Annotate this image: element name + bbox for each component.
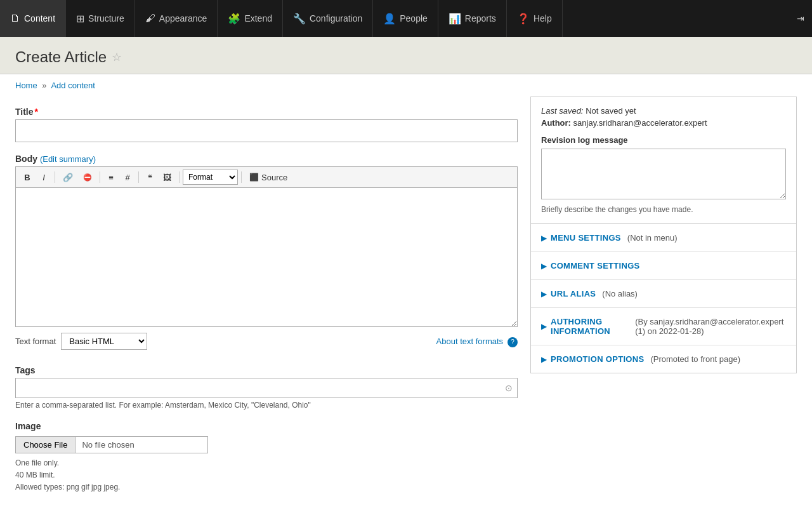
source-icon: ⬛ [249, 173, 259, 182]
nav-toggle[interactable]: ⇥ [789, 0, 812, 37]
title-label: Title* [15, 107, 518, 117]
toolbar-unlink[interactable]: ⛔ [79, 171, 96, 184]
file-hint-1: One file only. [15, 457, 518, 469]
source-label: Source [261, 173, 287, 182]
body-editor[interactable] [15, 187, 518, 327]
menu-settings-title: MENU SETTINGS [551, 233, 621, 243]
nav-extend-label: Extend [244, 13, 272, 23]
nav-content[interactable]: 🗋 Content [0, 0, 66, 37]
last-saved-value: Not saved yet [586, 106, 636, 116]
text-format-row: Text format Basic HTML Full HTML Plain t… [15, 329, 518, 354]
comment-settings-header[interactable]: ▶ COMMENT SETTINGS [531, 252, 796, 279]
choose-file-button[interactable]: Choose File [15, 436, 75, 453]
nav-content-label: Content [24, 13, 55, 23]
last-saved-label: Last saved: [541, 106, 584, 116]
toolbar-blockquote[interactable]: ❝ [142, 170, 157, 185]
title-required-marker: * [35, 107, 38, 117]
tags-clear-icon[interactable]: ⊙ [505, 383, 513, 393]
nav-people-label: People [400, 13, 428, 23]
menu-settings-arrow-icon: ▶ [541, 234, 547, 243]
about-formats-help-icon: ? [508, 337, 518, 347]
toolbar-ul[interactable]: ≡ [103, 170, 119, 185]
url-alias-section: ▶ URL ALIAS (No alias) [531, 279, 796, 307]
text-format-left: Text format Basic HTML Full HTML Plain t… [15, 333, 147, 350]
text-format-label: Text format [15, 337, 56, 346]
nav-structure-label: Structure [88, 13, 124, 23]
tags-label: Tags [15, 365, 518, 375]
comment-settings-title: COMMENT SETTINGS [551, 261, 640, 271]
format-select[interactable]: Format Heading 1 Heading 2 Paragraph [183, 170, 238, 185]
authoring-information-sub: (By sanjay.sridharan@accelerator.expert … [635, 317, 786, 336]
tags-field-group: Tags ⊙ Enter a comma-separated list. For… [15, 365, 518, 410]
promotion-options-arrow-icon: ▶ [541, 355, 547, 364]
nav-extend[interactable]: 🧩 Extend [218, 0, 283, 37]
structure-icon: ⊞ [76, 13, 84, 25]
nav-appearance[interactable]: 🖌 Appearance [135, 0, 218, 37]
toolbar-bold[interactable]: B [20, 170, 35, 185]
nav-people[interactable]: 👤 People [373, 0, 438, 37]
revision-log-label: Revision log message [541, 135, 786, 145]
toolbar-ol[interactable]: # [120, 170, 135, 185]
authoring-information-title: AUTHORING INFORMATION [551, 317, 629, 336]
body-field-group: Body (Edit summary) B I 🔗 ⛔ ≡ # ❝ 🖼 [15, 154, 518, 354]
revision-log-textarea[interactable] [541, 149, 786, 199]
right-column: Last saved: Not saved yet Author: sanjay… [530, 97, 797, 505]
toolbar-sep-4 [179, 171, 180, 183]
title-input[interactable] [15, 119, 518, 142]
right-panel: Last saved: Not saved yet Author: sanjay… [530, 97, 797, 373]
toolbar-sep-5 [241, 171, 242, 183]
authoring-information-header[interactable]: ▶ AUTHORING INFORMATION (By sanjay.sridh… [531, 308, 796, 345]
text-format-select[interactable]: Basic HTML Full HTML Plain text Restrict… [61, 333, 147, 350]
toolbar-sep-1 [55, 171, 55, 183]
comment-settings-section: ▶ COMMENT SETTINGS [531, 251, 796, 279]
favorite-star-icon[interactable]: ☆ [112, 50, 122, 64]
promotion-options-title: PROMOTION OPTIONS [551, 354, 644, 364]
reports-icon: 📊 [449, 13, 461, 25]
promotion-options-header[interactable]: ▶ PROMOTION OPTIONS (Promoted to front p… [531, 345, 796, 373]
people-icon: 👤 [383, 13, 396, 25]
top-navigation: 🗋 Content ⊞ Structure 🖌 Appearance 🧩 Ext… [0, 0, 812, 37]
toolbar-italic[interactable]: I [36, 170, 51, 185]
about-formats-link[interactable]: About text formats [436, 337, 504, 346]
nav-help-label: Help [534, 13, 552, 23]
page-title: Create Article [15, 48, 107, 66]
file-hint-2: 40 MB limit. [15, 469, 518, 481]
nav-configuration[interactable]: 🔧 Configuration [283, 0, 373, 37]
nav-help[interactable]: ❓ Help [507, 0, 563, 37]
url-alias-sub: (No alias) [602, 289, 638, 298]
toolbar-source[interactable]: ⬛ Source [245, 170, 292, 185]
nav-structure[interactable]: ⊞ Structure [66, 0, 135, 37]
appearance-icon: 🖌 [145, 13, 155, 24]
file-input-wrap: Choose File No file chosen [15, 436, 518, 453]
page-header: Create Article ☆ [0, 37, 812, 74]
url-alias-header[interactable]: ▶ URL ALIAS (No alias) [531, 280, 796, 307]
title-field-group: Title* [15, 107, 518, 142]
author-label: Author: [541, 118, 571, 128]
body-label-row: Body (Edit summary) [15, 154, 518, 164]
file-hints: One file only. 40 MB limit. Allowed type… [15, 457, 518, 494]
url-alias-arrow-icon: ▶ [541, 290, 547, 298]
author-value: sanjay.sridharan@accelerator.expert [573, 118, 707, 128]
comment-settings-arrow-icon: ▶ [541, 262, 547, 271]
tags-input[interactable] [15, 378, 518, 398]
nav-reports[interactable]: 📊 Reports [438, 0, 507, 37]
menu-settings-section: ▶ MENU SETTINGS (Not in menu) [531, 224, 796, 251]
edit-summary-link[interactable]: (Edit summary) [40, 154, 96, 164]
toolbar-image[interactable]: 🖼 [159, 170, 176, 185]
breadcrumb-home[interactable]: Home [15, 81, 37, 90]
image-label: Image [15, 421, 518, 431]
main-layout: Title* Body (Edit summary) B I 🔗 ⛔ [0, 97, 812, 508]
menu-settings-header[interactable]: ▶ MENU SETTINGS (Not in menu) [531, 224, 796, 251]
toolbar-link[interactable]: 🔗 [58, 170, 77, 185]
right-panel-top: Last saved: Not saved yet Author: sanjay… [531, 97, 796, 224]
promotion-options-sub: (Promoted to front page) [650, 354, 740, 364]
last-saved-row: Last saved: Not saved yet [541, 106, 786, 116]
breadcrumb-add-content[interactable]: Add content [51, 81, 95, 90]
revision-hint: Briefly describe the changes you have ma… [541, 205, 786, 214]
image-field-group: Image Choose File No file chosen One fil… [15, 421, 518, 494]
authoring-information-arrow-icon: ▶ [541, 322, 547, 331]
breadcrumb-separator: » [42, 81, 46, 90]
menu-settings-sub: (Not in menu) [627, 233, 678, 243]
promotion-options-section: ▶ PROMOTION OPTIONS (Promoted to front p… [531, 345, 796, 373]
file-hint-3: Allowed types: png gif jpg jpeg. [15, 481, 518, 493]
